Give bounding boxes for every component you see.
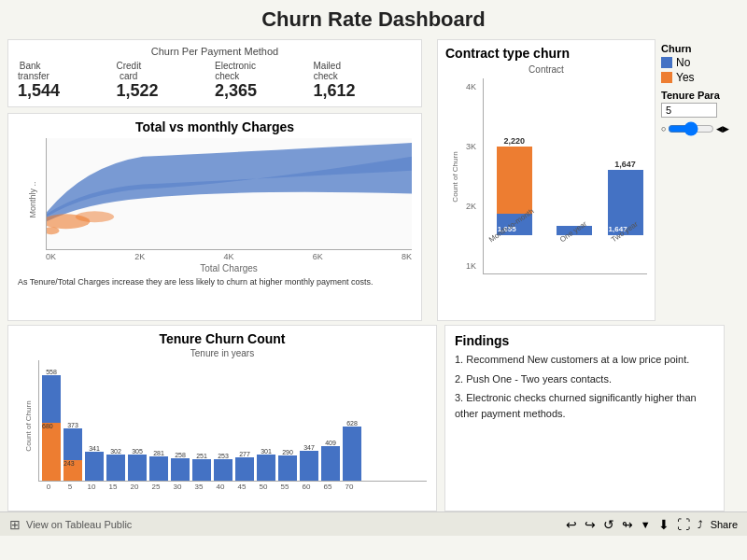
tenure-bar-blue (214, 459, 233, 481)
bar-top-label: 281 (153, 450, 164, 456)
download-icon[interactable]: ⬇ (658, 517, 669, 532)
tenure-bar-blue (128, 455, 147, 481)
legend-color-no (661, 57, 672, 68)
bar-top-label: 305 (132, 448, 143, 455)
forward-icon[interactable]: ↬ (622, 517, 633, 532)
tenure-bar-group: 628 (342, 420, 362, 481)
share-icon[interactable]: ⤴ (698, 519, 703, 530)
tenure-bar-blue (278, 455, 297, 481)
bar-top-label: 251 (196, 453, 207, 459)
fullscreen-icon[interactable]: ⛶ (677, 517, 690, 532)
tenure-bar-orange: 243 (63, 460, 82, 481)
tenure-x-label: 70 (339, 483, 359, 491)
payment-label-3: Mailed check (314, 61, 338, 81)
tenure-bar-blue (149, 456, 168, 481)
tenure-bar-blue (257, 455, 275, 481)
tenure-x-label: 5 (60, 483, 80, 491)
tenure-bar-group: 302 (106, 448, 126, 481)
payment-label-2: Electronic check (215, 61, 239, 81)
contract-y-tick-3k: 3K (466, 142, 481, 151)
payment-section: Churn Per Payment Method Bank transfer 1… (7, 39, 422, 107)
payment-value-3: 1,612 (314, 81, 338, 101)
contract-subtitle: Contract (445, 64, 647, 75)
tenure-input[interactable] (661, 103, 717, 118)
tenure-x-label: 65 (317, 483, 338, 491)
payment-title: Churn Per Payment Method (18, 46, 412, 57)
legend-color-yes (661, 72, 672, 83)
tenure-bar-group: 277 (234, 451, 255, 481)
bar-top-label: 409 (325, 440, 336, 446)
tenure-bar-blue (235, 457, 254, 481)
contract-y-label: Count of Churn (451, 151, 459, 202)
tenure-bars-container: 5586803732433413023052812582512532773012… (38, 360, 427, 482)
tenure-bar-group: 281 (148, 450, 169, 481)
contract-y-tick-1k: 1K (466, 261, 481, 271)
scatter-x-tick-2k: 2K (134, 252, 145, 261)
payment-value-2: 2,365 (215, 81, 239, 101)
tenure-bar-group: 301 (256, 448, 276, 481)
finding-1: 1. Recommend New customers at a low pric… (455, 352, 714, 368)
findings-title: Findings (455, 333, 714, 348)
tenure-slider[interactable] (668, 121, 714, 136)
scatter-x-label: Total Charges (46, 263, 412, 273)
tenure-bar-blue (192, 459, 211, 481)
scatter-x-tick-6k: 6K (313, 252, 323, 261)
tenure-x-label: 40 (210, 483, 231, 491)
findings-text: 1. Recommend New customers at a low pric… (455, 352, 714, 421)
tenure-x-label: 35 (189, 483, 209, 491)
nav-arrow[interactable]: ▼ (641, 519, 651, 530)
tenure-x-label: 60 (296, 483, 317, 491)
tenure-bar-group: 409 (320, 440, 341, 481)
tenure-x-labels: 0510152025303540455055606570 (38, 483, 427, 491)
tenure-bar-blue (300, 451, 318, 481)
bottom-row: Tenure Churn Count Tenure in years Count… (0, 325, 747, 511)
refresh-icon[interactable]: ↺ (603, 517, 614, 532)
tenure-bar-blue (42, 375, 61, 423)
tenure-x-label: 30 (167, 483, 188, 491)
tenure-bar-blue (343, 427, 361, 481)
bar-top-label: 373 (67, 422, 78, 428)
contract-y-tick-4k: 4K (466, 82, 481, 91)
tenure-bar-group: 347 (299, 444, 319, 481)
tenure-bar-blue (171, 458, 190, 481)
tenure-bar-blue (321, 446, 340, 481)
scatter-title: Total vs monthly Charges (18, 119, 412, 134)
share-label[interactable]: Share (711, 519, 738, 530)
payment-label-0: Bank transfer (18, 61, 42, 81)
redo-icon[interactable]: ↪ (585, 517, 596, 532)
tenure-bar-group: 305 (127, 448, 148, 481)
tenure-bar-group: 251 (191, 453, 212, 481)
tableau-link[interactable]: View on Tableau Public (26, 519, 132, 530)
tenure-bar-group: 258 (170, 452, 190, 481)
bar-top-label: 258 (175, 452, 186, 458)
legend-label-no: No (676, 56, 690, 69)
legend-title: Churn (661, 43, 734, 54)
tenure-bar-blue (85, 452, 104, 481)
contract-section: Contract type churn Contract Count of Ch… (437, 39, 655, 321)
legend-item-no: No (661, 56, 734, 69)
tenure-bar-group: 253 (213, 453, 233, 481)
bar-top-label: 290 (282, 449, 293, 455)
bar-top-label: 628 (346, 420, 358, 427)
tenure-x-label: 20 (124, 483, 145, 491)
scatter-x-tick-8k: 8K (402, 252, 412, 261)
tenure-x-label: 25 (146, 483, 166, 491)
footer-left: ⊞ View on Tableau Public (9, 517, 132, 532)
tenure-subtitle: Tenure in years (18, 348, 427, 358)
scatter-x-tick-0k: 0K (46, 252, 56, 261)
payment-value-0: 1,544 (18, 81, 42, 101)
payment-value-1: 1,522 (117, 81, 141, 101)
tenure-bar-orange: 680 (42, 423, 61, 481)
finding-3: 3. Electronic checks churned significant… (455, 390, 714, 421)
payment-label-1: Credit card (117, 61, 141, 81)
bar-top-label: 302 (110, 448, 121, 455)
footer-icons: ↩ ↪ ↺ ↬ ▼ ⬇ ⛶ ⤴ Share (566, 517, 738, 532)
slider-min-icon: ○ (661, 124, 666, 133)
undo-icon[interactable]: ↩ (566, 517, 577, 532)
slider-arrows[interactable]: ◀▶ (716, 124, 729, 133)
tenure-slider-row: ○ ◀▶ (661, 121, 734, 136)
tenure-x-label: 50 (253, 483, 274, 491)
contract-bar-one: One year (557, 226, 592, 245)
page-title: Churn Rate Dashboard (0, 0, 747, 35)
tableau-icon: ⊞ (9, 517, 21, 532)
